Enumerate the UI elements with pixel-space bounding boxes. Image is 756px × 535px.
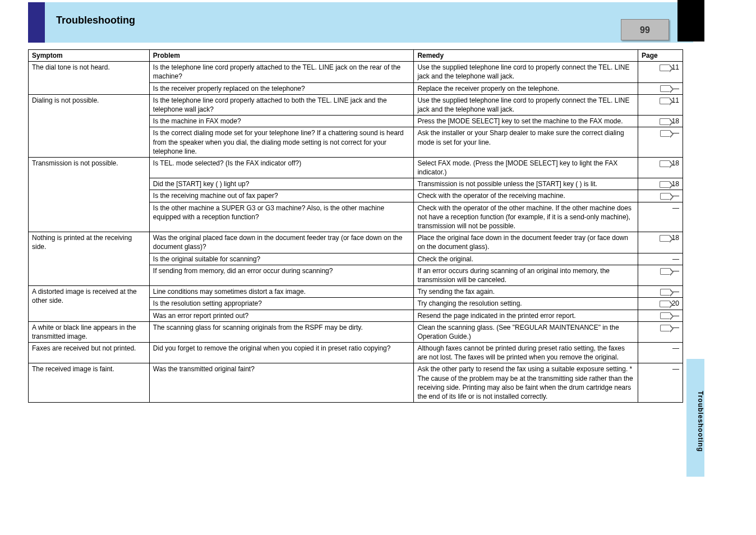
- cell-problem: Was the original placed face down in the…: [149, 232, 414, 253]
- cell-page: —: [638, 363, 683, 403]
- page-link-icon: [660, 118, 670, 125]
- cell-page: —: [638, 310, 683, 321]
- page-number: —: [672, 204, 679, 212]
- page-number: 18: [672, 159, 679, 167]
- page-number: 18: [672, 117, 679, 125]
- table-row: The dial tone is not heard.Is the teleph…: [29, 62, 683, 82]
- col-header-page: Page: [638, 50, 683, 62]
- cell-problem: Is the other machine a SUPER G3 or G3 ma…: [149, 202, 414, 232]
- page-link-icon: [660, 85, 670, 92]
- cell-symptom: The dial tone is not heard.: [29, 62, 150, 95]
- col-header-symptom: Symptom: [29, 50, 150, 62]
- cell-page: —: [638, 265, 683, 285]
- page-link-icon: [660, 312, 670, 319]
- cell-remedy: Transmission is not possible unless the …: [414, 178, 638, 190]
- cell-problem: If sending from memory, did an error occ…: [149, 265, 414, 285]
- cell-problem: Was the transmitted original faint?: [149, 363, 414, 403]
- cell-symptom: Nothing is printed at the receiving side…: [29, 232, 150, 286]
- cell-symptom: Faxes are received but not printed.: [29, 343, 150, 363]
- cell-problem: Is the telephone line cord properly atta…: [149, 94, 414, 115]
- cell-problem: Did you forget to remove the original wh…: [149, 343, 414, 363]
- cell-problem: Is the correct dialing mode set for your…: [149, 127, 414, 158]
- cell-remedy: Press the [MODE SELECT] key to set the m…: [414, 116, 638, 127]
- troubleshooting-table: Symptom Problem Remedy Page The dial ton…: [28, 49, 683, 403]
- cell-page: —: [638, 343, 683, 363]
- page-link-icon: [660, 64, 670, 71]
- header-accent: [28, 2, 45, 43]
- cell-remedy: Although faxes cannot be printed during …: [414, 343, 638, 363]
- page-link-icon: [660, 301, 670, 307]
- cell-page: 20: [638, 298, 683, 310]
- page-link-icon: [660, 325, 670, 331]
- cell-problem: Is the machine in FAX mode?: [149, 116, 414, 127]
- cell-remedy: If an error occurs during scanning of an…: [414, 265, 638, 285]
- page-title: Troubleshooting: [56, 15, 135, 26]
- page-number-badge: 99: [621, 19, 669, 40]
- cell-page: —: [638, 190, 683, 202]
- cell-remedy: Clean the scanning glass. (See "REGULAR …: [414, 321, 638, 342]
- table-body: The dial tone is not heard.Is the teleph…: [29, 62, 683, 403]
- cell-problem: Is the telephone line cord properly atta…: [149, 62, 414, 82]
- table-row: Nothing is printed at the receiving side…: [29, 232, 683, 253]
- table-row: A distorted image is received at the oth…: [29, 286, 683, 298]
- cell-remedy: Place the original face down in the docu…: [414, 232, 638, 253]
- cell-problem: Is the receiver properly replaced on the…: [149, 82, 414, 94]
- page-link-icon: [660, 130, 670, 137]
- table-row: A white or black line appears in the tra…: [29, 321, 683, 342]
- cell-remedy: Check the original.: [414, 253, 638, 265]
- table-row: Transmission is not possible.Is TEL. mod…: [29, 157, 683, 178]
- page-number: 11: [672, 63, 679, 71]
- cell-problem: Is the resolution setting appropriate?: [149, 298, 414, 310]
- page-link-icon: [660, 98, 670, 104]
- cell-page: 11: [638, 94, 683, 115]
- page-number: 20: [672, 299, 679, 307]
- cell-remedy: Select FAX mode. (Press the [MODE SELECT…: [414, 157, 638, 178]
- cell-page: —: [638, 286, 683, 298]
- cell-problem: Is the receiving machine out of fax pape…: [149, 190, 414, 202]
- cell-symptom: A white or black line appears in the tra…: [29, 321, 150, 342]
- page-link-icon: [660, 235, 670, 242]
- cell-page: —: [638, 127, 683, 158]
- cell-problem: Line conditions may sometimes distort a …: [149, 286, 414, 298]
- cell-problem: Is the original suitable for scanning?: [149, 253, 414, 265]
- col-header-remedy: Remedy: [414, 50, 638, 62]
- cell-page: —: [638, 321, 683, 342]
- page-link-icon: [660, 289, 670, 296]
- cell-page: 18: [638, 232, 683, 253]
- page-link-icon: [660, 268, 670, 275]
- cell-problem: The scanning glass for scanning original…: [149, 321, 414, 342]
- cell-remedy: Ask the installer or your Sharp dealer t…: [414, 127, 638, 158]
- page-number: —: [672, 255, 679, 263]
- side-tab-troubleshooting: Troubleshooting: [686, 359, 704, 477]
- cell-remedy: Try sending the fax again.: [414, 286, 638, 298]
- table-row: Faxes are received but not printed.Did y…: [29, 343, 683, 363]
- cell-remedy: Use the supplied telephone line cord to …: [414, 94, 638, 115]
- table-header-row: Symptom Problem Remedy Page: [29, 50, 683, 62]
- cell-remedy: Resend the page indicated in the printed…: [414, 310, 638, 321]
- cell-page: 18: [638, 157, 683, 178]
- cell-remedy: Check with the operator of the receiving…: [414, 190, 638, 202]
- page-number: 18: [672, 180, 679, 188]
- table-row: Dialing is not possible.Is the telephone…: [29, 94, 683, 115]
- cell-symptom: The received image is faint.: [29, 363, 150, 403]
- cell-symptom: A distorted image is received at the oth…: [29, 286, 150, 322]
- cell-page: 18: [638, 178, 683, 190]
- cell-symptom: Dialing is not possible.: [29, 94, 150, 157]
- page-number: 18: [672, 234, 679, 242]
- page-number: 11: [672, 96, 679, 104]
- page-link-icon: [660, 181, 670, 188]
- cell-page: —: [638, 202, 683, 232]
- page-link-icon: [660, 160, 670, 167]
- table-row: The received image is faint.Was the tran…: [29, 363, 683, 403]
- corner-black-strip: [677, 0, 704, 41]
- page-number: —: [672, 344, 679, 352]
- cell-problem: Was an error report printed out?: [149, 310, 414, 321]
- cell-remedy: Replace the receiver properly on the tel…: [414, 82, 638, 94]
- cell-page: —: [638, 82, 683, 94]
- cell-remedy: Ask the other party to resend the fax us…: [414, 363, 638, 403]
- cell-symptom: Transmission is not possible.: [29, 157, 150, 232]
- cell-remedy: Check with the operator of the other mac…: [414, 202, 638, 232]
- cell-problem: Did the [START] key ( ) light up?: [149, 178, 414, 190]
- cell-remedy: Use the supplied telephone line cord to …: [414, 62, 638, 82]
- cell-page: —: [638, 253, 683, 265]
